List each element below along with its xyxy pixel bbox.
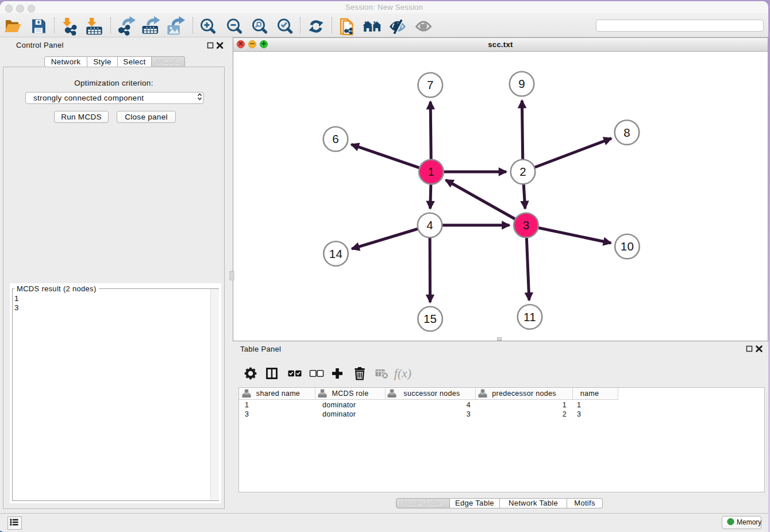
svg-text:15: 15 (424, 312, 437, 325)
svg-text:9: 9 (518, 77, 525, 90)
svg-text:2: 2 (519, 165, 526, 178)
svg-text:3: 3 (523, 218, 530, 232)
svg-text:8: 8 (623, 126, 630, 139)
svg-text:f(x): f(x) (394, 367, 411, 380)
svg-text:7: 7 (427, 78, 434, 91)
svg-text:14: 14 (329, 247, 342, 260)
svg-text:1: 1 (428, 165, 435, 178)
svg-text:6: 6 (332, 132, 339, 145)
svg-text:11: 11 (523, 310, 536, 323)
svg-text:10: 10 (621, 240, 634, 253)
svg-text:4: 4 (426, 218, 433, 232)
